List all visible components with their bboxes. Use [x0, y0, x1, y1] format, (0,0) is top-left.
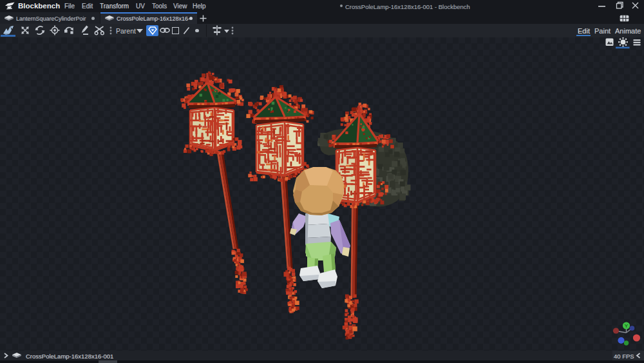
svg-text:Y: Y — [625, 323, 629, 329]
